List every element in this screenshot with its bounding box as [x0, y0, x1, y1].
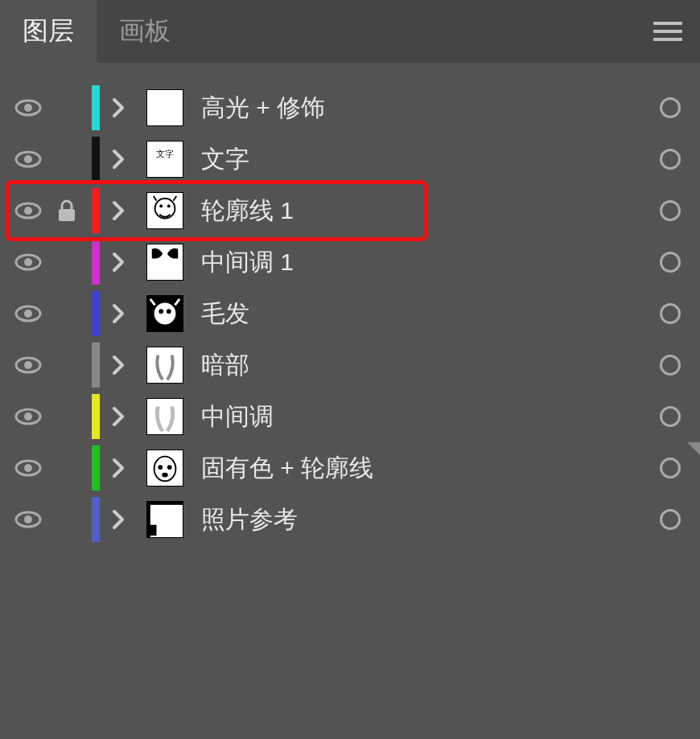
visibility-eye-icon[interactable] [14, 510, 42, 529]
svg-point-34 [162, 473, 168, 478]
lock-slot[interactable] [53, 96, 80, 120]
layer-color-bar [92, 497, 100, 542]
target-radio[interactable] [660, 355, 681, 376]
layer-name-label[interactable]: 固有色 + 轮廓线 [201, 452, 660, 485]
layer-name-label[interactable]: 暗部 [201, 349, 660, 382]
svg-point-11 [159, 204, 163, 207]
expand-chevron-icon[interactable] [111, 199, 126, 222]
lock-slot[interactable] [53, 199, 80, 223]
expand-chevron-icon[interactable] [111, 302, 126, 325]
layer-thumbnail[interactable] [146, 244, 183, 281]
expand-chevron-icon[interactable] [111, 508, 126, 531]
visibility-eye-icon[interactable] [14, 98, 42, 117]
svg-rect-40 [147, 502, 150, 537]
target-radio[interactable] [660, 406, 681, 427]
layer-color-bar [92, 137, 100, 182]
lock-slot[interactable] [53, 404, 80, 429]
svg-rect-27 [147, 399, 183, 434]
target-radio[interactable] [660, 97, 681, 118]
svg-point-17 [24, 310, 32, 318]
layer-color-bar [92, 343, 100, 388]
layer-thumbnail[interactable]: 文字 [146, 141, 183, 178]
lock-slot[interactable] [53, 302, 80, 326]
layer-color-bar [92, 85, 100, 130]
layer-name-label[interactable]: 高光 + 修饰 [201, 92, 660, 125]
lock-slot[interactable] [53, 507, 80, 532]
layer-thumbnail[interactable] [146, 501, 183, 538]
layer-row[interactable]: 毛发 [0, 288, 700, 339]
layers-panel: 图层 画板 高光 + 修饰文字文字轮廓线 1中间调 1毛发暗部中间调固有色 + … [0, 0, 700, 739]
svg-point-33 [167, 465, 172, 470]
svg-point-31 [154, 457, 176, 482]
layer-thumbnail[interactable] [146, 450, 183, 487]
svg-point-36 [24, 515, 32, 523]
layer-row[interactable]: 文字文字 [0, 133, 700, 185]
layer-thumbnail[interactable] [146, 89, 183, 126]
svg-point-14 [24, 258, 32, 266]
visibility-eye-icon[interactable] [14, 201, 42, 220]
visibility-eye-icon[interactable] [14, 150, 42, 169]
layers-list: 高光 + 修饰文字文字轮廓线 1中间调 1毛发暗部中间调固有色 + 轮廓线照片参… [0, 63, 700, 545]
svg-point-3 [24, 155, 32, 163]
layer-name-label[interactable]: 文字 [201, 143, 660, 176]
svg-point-23 [24, 361, 32, 369]
svg-point-21 [167, 309, 171, 314]
target-radio[interactable] [660, 303, 681, 324]
layer-name-label[interactable]: 轮廓线 1 [201, 195, 660, 228]
svg-point-32 [158, 465, 163, 470]
tab-bar: 图层 画板 [0, 0, 700, 63]
visibility-eye-icon[interactable] [14, 458, 42, 478]
svg-point-26 [24, 413, 32, 421]
svg-rect-24 [147, 347, 183, 383]
expand-chevron-icon[interactable] [111, 405, 126, 428]
expand-chevron-icon[interactable] [111, 148, 126, 170]
layer-row[interactable]: 中间调 1 [0, 236, 700, 288]
svg-point-20 [159, 309, 163, 314]
visibility-eye-icon[interactable] [14, 304, 42, 323]
layer-color-bar [92, 291, 100, 336]
mark-indicator-icon [687, 442, 700, 455]
target-radio[interactable] [660, 509, 681, 530]
layer-color-bar [92, 188, 100, 233]
svg-point-1 [24, 104, 32, 112]
layer-thumbnail[interactable] [146, 192, 183, 229]
lock-slot[interactable] [53, 353, 80, 377]
svg-rect-4 [147, 142, 183, 177]
target-radio[interactable] [660, 458, 681, 478]
layer-row[interactable]: 照片参考 [0, 494, 700, 545]
expand-chevron-icon[interactable] [111, 354, 126, 376]
layer-row[interactable]: 中间调 [0, 391, 700, 442]
target-radio[interactable] [660, 252, 681, 273]
visibility-eye-icon[interactable] [14, 252, 42, 272]
layer-name-label[interactable]: 毛发 [201, 298, 660, 330]
layer-name-label[interactable]: 中间调 1 [201, 246, 660, 279]
layer-thumbnail[interactable] [146, 295, 183, 332]
svg-point-29 [24, 464, 32, 472]
svg-point-7 [24, 207, 32, 215]
layer-row[interactable]: 暗部 [0, 339, 700, 391]
target-radio[interactable] [660, 149, 681, 170]
layer-thumbnail[interactable] [146, 398, 183, 435]
expand-chevron-icon[interactable] [111, 96, 126, 119]
lock-slot[interactable] [53, 147, 80, 171]
expand-chevron-icon[interactable] [111, 457, 126, 479]
layer-name-label[interactable]: 中间调 [201, 400, 660, 433]
lock-slot[interactable] [53, 250, 80, 274]
visibility-eye-icon[interactable] [14, 407, 42, 426]
visibility-eye-icon[interactable] [14, 355, 42, 375]
lock-slot[interactable] [53, 456, 80, 480]
svg-rect-8 [59, 209, 75, 221]
layer-row[interactable]: 固有色 + 轮廓线 [0, 442, 700, 494]
svg-rect-39 [147, 502, 183, 505]
layer-thumbnail[interactable] [146, 347, 183, 384]
layer-row[interactable]: 轮廓线 1 [0, 185, 700, 236]
layer-row[interactable]: 高光 + 修饰 [0, 82, 700, 133]
tab-artboards[interactable]: 画板 [97, 0, 193, 63]
target-radio[interactable] [660, 200, 681, 221]
layer-color-bar [92, 445, 100, 491]
layer-name-label[interactable]: 照片参考 [201, 503, 660, 536]
tab-layers[interactable]: 图层 [0, 0, 97, 63]
panel-menu-icon[interactable] [653, 22, 682, 41]
expand-chevron-icon[interactable] [111, 251, 126, 273]
svg-text:文字: 文字 [156, 149, 174, 158]
